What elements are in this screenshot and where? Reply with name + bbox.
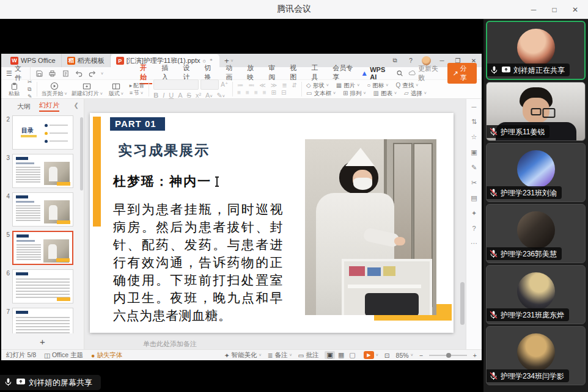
notes-button[interactable]: ≣备注˅ bbox=[268, 351, 292, 360]
participant-tile[interactable]: 刘祥婧正在共享 bbox=[486, 21, 586, 80]
slide-part-label[interactable]: PART 01 bbox=[110, 117, 165, 131]
slide-layout-button[interactable]: 版式˅ bbox=[107, 82, 125, 96]
current-slide[interactable]: PART 01 实习成果展示 杜梦瑶：神内一 早到为患者挂瓶，同时巡视病房。然后… bbox=[90, 113, 454, 333]
chevron-down-icon[interactable]: ˅ bbox=[101, 71, 103, 76]
save-icon[interactable] bbox=[35, 70, 44, 78]
collapse-ribbon-icon[interactable]: ─ bbox=[472, 103, 477, 111]
comment-pane-icon[interactable]: ▣ bbox=[471, 148, 477, 156]
superscript-button[interactable]: x² bbox=[196, 92, 201, 99]
cut-icon[interactable]: ✂ bbox=[28, 79, 32, 85]
sync-status[interactable]: 更新失败 bbox=[408, 64, 441, 82]
font-name-input[interactable] bbox=[153, 79, 199, 90]
highlight-button[interactable]: ✎˅ bbox=[217, 92, 225, 100]
number-list-icon[interactable]: ≕ bbox=[248, 82, 254, 89]
notes-placeholder[interactable]: 单击此处添加备注 bbox=[143, 339, 197, 349]
align-right-icon[interactable]: ≡ bbox=[254, 90, 258, 96]
wps-doc-tab[interactable]: 稻稻壳模板 bbox=[62, 54, 111, 67]
ribbon-tab[interactable]: 工具 bbox=[311, 62, 323, 84]
tab-outline[interactable]: 大纲 bbox=[17, 102, 31, 111]
insert--button[interactable]: ▭文本框˅ bbox=[306, 90, 336, 96]
slide-thumbnail[interactable]: 5 bbox=[2, 231, 79, 265]
tab-slides[interactable]: 幻灯片 bbox=[39, 101, 59, 112]
missing-fonts-warning[interactable]: ●缺失字体 bbox=[91, 351, 122, 360]
insert--button[interactable]: ▦图片˅ bbox=[336, 82, 360, 89]
thumbnail-preview[interactable] bbox=[12, 269, 73, 303]
more-icon[interactable]: ⋯ bbox=[471, 239, 477, 247]
slide-thumbnail[interactable]: 3 bbox=[2, 154, 79, 188]
ribbon-tab[interactable]: 会员专享 bbox=[332, 62, 356, 84]
redo-icon[interactable] bbox=[87, 70, 97, 77]
add-slide-button[interactable]: + bbox=[1, 336, 84, 347]
thumbnail-preview[interactable] bbox=[12, 192, 73, 227]
participant-tile[interactable]: 护理学234班闫学影 bbox=[486, 326, 586, 385]
align-center-icon[interactable]: ≡ bbox=[246, 90, 249, 96]
grow-font-icon[interactable]: A⁺ bbox=[221, 81, 228, 88]
animation-pane-icon[interactable]: ⇅ bbox=[471, 118, 477, 126]
insert--button[interactable]: Q查找˅ bbox=[395, 82, 418, 89]
workspace-icon[interactable]: ⧉ bbox=[387, 54, 403, 67]
insert--button[interactable]: ▱选择˅ bbox=[404, 90, 427, 96]
slide-title[interactable]: 实习成果展示 bbox=[118, 141, 210, 160]
slide-body-text[interactable]: 早到为患者挂瓶，同时巡视病房。然后为患者拔针、封针、配药、发药。与患者进行有效沟… bbox=[113, 200, 283, 324]
undo-icon[interactable] bbox=[75, 70, 84, 77]
underline-button[interactable]: U bbox=[169, 92, 174, 99]
close-button[interactable]: ✕ bbox=[565, 0, 586, 19]
slide-thumbnail[interactable]: 6 bbox=[2, 269, 79, 303]
effects-pane-icon[interactable]: ✦ bbox=[471, 209, 477, 217]
layout-pane-icon[interactable]: ▤ bbox=[471, 194, 477, 202]
share-button[interactable]: ↗ 分享 bbox=[447, 63, 477, 84]
insert--button[interactable]: ⊞排列˅ bbox=[343, 90, 366, 96]
char-spacing-button[interactable]: A bbox=[178, 92, 182, 99]
bullet-list-icon[interactable]: ≔ bbox=[237, 82, 243, 89]
justify-icon[interactable]: ≡ bbox=[263, 90, 266, 96]
dub-button[interactable]: ▸配音 bbox=[130, 83, 145, 89]
participant-tile[interactable]: 护理学231班庞东烨 bbox=[486, 265, 586, 324]
zoom-slider[interactable] bbox=[429, 355, 467, 356]
maximize-button[interactable]: □ bbox=[544, 0, 565, 19]
participant-tile[interactable]: 护理学236郭美慧 bbox=[486, 204, 586, 263]
canvas-scrollbar[interactable] bbox=[460, 282, 465, 325]
insert--button[interactable]: ◇形状˅ bbox=[306, 82, 329, 89]
participant-tile[interactable]: 护理系11姜锐 bbox=[486, 82, 586, 141]
edit-pane-icon[interactable]: ✎ bbox=[471, 164, 477, 172]
thumbnail-preview[interactable] bbox=[12, 154, 73, 188]
fit-slide-button[interactable]: ⊡ bbox=[384, 352, 390, 359]
collapse-panel-icon[interactable]: ❮ bbox=[74, 102, 79, 109]
favorites-icon[interactable]: ☆ bbox=[471, 133, 477, 141]
bold-button[interactable]: B bbox=[153, 92, 158, 99]
zoom-slider-thumb[interactable] bbox=[446, 353, 451, 358]
slideshow-button[interactable]: ▶˅ bbox=[364, 351, 378, 359]
insert--button[interactable]: ▥图表˅ bbox=[373, 90, 397, 96]
ribbon-tab[interactable]: 开始 bbox=[139, 62, 152, 84]
align-objects-icon[interactable]: ⊟ bbox=[281, 90, 286, 96]
sorter-view-button[interactable]: ▦ bbox=[336, 351, 346, 359]
slide-thumbnail[interactable]: 7 bbox=[2, 308, 79, 333]
zoom-out-button[interactable]: − bbox=[419, 352, 423, 359]
text-direction-icon[interactable]: ⇵ bbox=[292, 82, 297, 89]
font-size-input[interactable] bbox=[200, 79, 219, 90]
thumbnail-preview[interactable] bbox=[12, 308, 73, 333]
new-slide-button[interactable]: 新建幻灯片˅ bbox=[72, 82, 103, 96]
file-menu[interactable]: ☰ 文件 bbox=[6, 64, 31, 82]
zoom-level[interactable]: 85%˅ bbox=[396, 352, 413, 359]
slide-photo-nurse[interactable] bbox=[305, 139, 436, 315]
play-from-current-button[interactable]: 当页开始˅ bbox=[42, 82, 67, 96]
thumbnail-scrollbar[interactable] bbox=[80, 117, 83, 191]
comments-button[interactable]: ▭批注 bbox=[298, 351, 319, 360]
slide-thumbnail[interactable]: 2目录 bbox=[2, 115, 79, 150]
participant-tile[interactable]: 护理学231班刘渝 bbox=[486, 143, 586, 202]
italic-button[interactable]: I bbox=[163, 92, 164, 99]
crop-tool-icon[interactable]: ✂ bbox=[471, 179, 477, 187]
ribbon-tab[interactable]: 视图 bbox=[289, 62, 302, 84]
ribbon-tab[interactable]: 审阅 bbox=[268, 62, 281, 84]
export-icon[interactable] bbox=[61, 70, 70, 78]
wps-ai-button[interactable]: ▲ WPS AI bbox=[361, 66, 391, 81]
print-icon[interactable] bbox=[48, 70, 57, 78]
thumbnail-preview[interactable] bbox=[12, 231, 73, 265]
slide-thumbnail[interactable]: 4 bbox=[2, 192, 79, 227]
thumbnail-preview[interactable]: 目录 bbox=[12, 115, 73, 150]
normal-view-button[interactable]: ▣ bbox=[325, 351, 334, 359]
beautify-button[interactable]: ✦智能美化˅ bbox=[224, 351, 262, 360]
columns-icon[interactable]: ⊞ bbox=[271, 90, 276, 96]
align-left-icon[interactable]: ≡ bbox=[237, 90, 241, 96]
